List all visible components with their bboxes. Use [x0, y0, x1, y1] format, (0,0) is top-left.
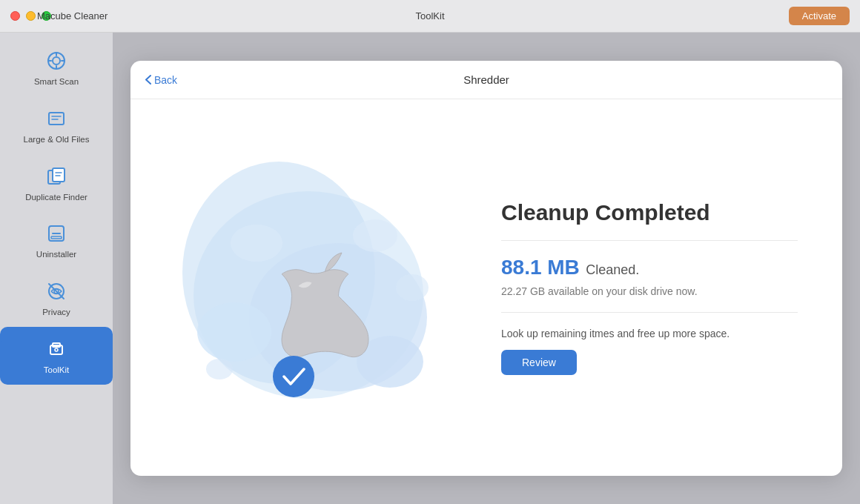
- divider-2: [501, 312, 798, 313]
- active-indicator: [0, 341, 2, 371]
- svg-point-21: [55, 348, 58, 351]
- uninstaller-icon: [43, 220, 70, 247]
- svg-point-27: [231, 225, 282, 262]
- smart-scan-label: Smart Scan: [34, 77, 79, 87]
- close-button[interactable]: [10, 11, 20, 21]
- svg-point-30: [206, 359, 233, 379]
- cleanup-heading: Cleanup Completed: [501, 200, 798, 225]
- toolkit-icon: [43, 336, 70, 362]
- svg-rect-10: [53, 168, 64, 182]
- large-old-files-icon: [43, 105, 70, 132]
- sidebar-item-privacy[interactable]: Privacy: [0, 269, 113, 327]
- duplicate-finder-icon: [43, 163, 70, 190]
- review-button[interactable]: Review: [501, 350, 577, 375]
- uninstaller-label: Uninstaller: [36, 250, 76, 260]
- sidebar-item-uninstaller[interactable]: Uninstaller: [0, 211, 113, 269]
- cleanup-illustration: [160, 125, 457, 451]
- svg-point-28: [353, 219, 397, 252]
- back-button[interactable]: Back: [145, 74, 177, 86]
- main-layout: Smart Scan Large & Old Files: [0, 33, 860, 504]
- cleaned-amount-row: 88.1 MB Cleaned.: [501, 256, 798, 279]
- sidebar-item-smart-scan[interactable]: Smart Scan: [0, 39, 113, 96]
- svg-rect-6: [49, 113, 64, 125]
- svg-point-25: [197, 302, 271, 362]
- duplicate-finder-label: Duplicate Finder: [25, 193, 87, 203]
- chevron-left-icon: [145, 75, 151, 84]
- large-old-files-label: Large & Old Files: [24, 135, 90, 145]
- toolkit-label: ToolKit: [44, 365, 70, 376]
- shredder-panel: Back Shredder: [130, 61, 842, 476]
- minimize-button[interactable]: [26, 11, 36, 21]
- privacy-label: Privacy: [42, 308, 70, 318]
- privacy-icon: [43, 278, 70, 305]
- panel-body: Cleanup Completed 88.1 MB Cleaned. 22.27…: [130, 99, 842, 476]
- sidebar-item-large-old-files[interactable]: Large & Old Files: [0, 96, 113, 154]
- svg-point-29: [396, 274, 429, 301]
- content-area: Back Shredder: [113, 33, 860, 504]
- svg-point-31: [273, 356, 314, 397]
- disk-info: 22.27 GB available on your disk drive no…: [501, 285, 798, 297]
- sidebar: Smart Scan Large & Old Files: [0, 33, 113, 504]
- window-title: ToolKit: [415, 10, 444, 21]
- title-bar: Macube Cleaner ToolKit Activate: [0, 0, 860, 33]
- app-name: Macube Cleaner: [37, 10, 108, 21]
- sidebar-item-toolkit[interactable]: ToolKit: [0, 327, 113, 385]
- back-label: Back: [154, 74, 177, 86]
- smart-scan-icon: [43, 47, 70, 74]
- svg-rect-15: [51, 236, 62, 239]
- svg-point-1: [53, 57, 60, 64]
- panel-header: Back Shredder: [130, 61, 842, 99]
- activate-button[interactable]: Activate: [789, 7, 850, 25]
- cleaned-suffix: Cleaned.: [586, 262, 639, 277]
- divider-1: [501, 240, 798, 241]
- cleaned-amount: 88.1 MB: [501, 256, 580, 279]
- sidebar-item-duplicate-finder[interactable]: Duplicate Finder: [0, 154, 113, 212]
- panel-title: Shredder: [463, 73, 509, 86]
- result-content: Cleanup Completed 88.1 MB Cleaned. 22.27…: [457, 200, 798, 375]
- review-prompt: Look up remaining itmes and free up more…: [501, 328, 798, 339]
